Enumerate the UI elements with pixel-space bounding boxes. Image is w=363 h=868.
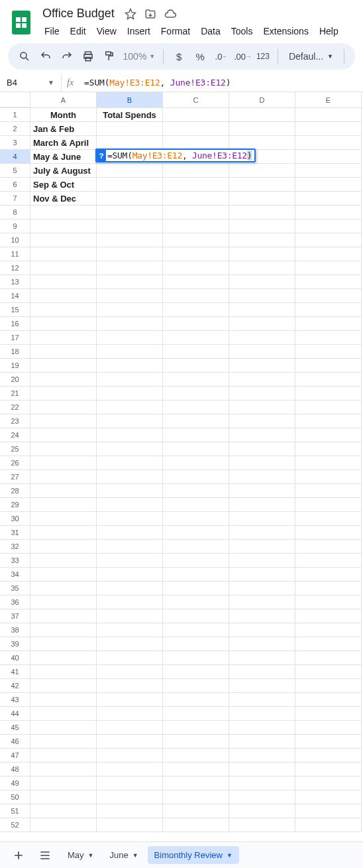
cell[interactable]: [229, 261, 295, 275]
row-header[interactable]: 5: [0, 164, 30, 178]
cell[interactable]: [30, 219, 97, 233]
cell[interactable]: [97, 331, 163, 345]
search-icon[interactable]: [15, 46, 34, 66]
cell-editor[interactable]: ?=SUM(May!E3:E12, June!E3:E12): [95, 149, 256, 162]
cell[interactable]: [295, 540, 362, 554]
cell[interactable]: [163, 609, 229, 623]
cell[interactable]: [229, 707, 295, 721]
row-header[interactable]: 4: [0, 150, 30, 164]
row-header[interactable]: 15: [0, 303, 30, 317]
cell[interactable]: May & June: [30, 150, 97, 164]
cell[interactable]: [295, 679, 362, 693]
row-header[interactable]: 23: [0, 414, 30, 428]
cell[interactable]: [229, 108, 295, 122]
sheets-logo[interactable]: [8, 9, 34, 36]
number-format[interactable]: 123: [254, 46, 272, 66]
cell[interactable]: Month: [30, 108, 97, 122]
column-header-B[interactable]: B: [97, 92, 163, 107]
cell[interactable]: [229, 275, 295, 289]
row-header[interactable]: 31: [0, 526, 30, 540]
cell[interactable]: [295, 498, 362, 512]
cell[interactable]: [30, 693, 97, 707]
cell[interactable]: July & August: [30, 164, 97, 178]
cell[interactable]: [30, 247, 97, 261]
row-header[interactable]: 30: [0, 512, 30, 526]
cell[interactable]: [163, 233, 229, 247]
cell[interactable]: [229, 749, 295, 763]
cell[interactable]: [295, 568, 362, 582]
cell[interactable]: [163, 108, 229, 122]
cell[interactable]: [295, 414, 362, 428]
cell[interactable]: [163, 763, 229, 776]
cell[interactable]: [163, 721, 229, 735]
cell[interactable]: [229, 595, 295, 609]
font-select[interactable]: Defaul...▼: [284, 51, 338, 62]
cell[interactable]: [295, 512, 362, 526]
cell[interactable]: [30, 317, 97, 331]
undo-icon[interactable]: [36, 46, 56, 66]
cell[interactable]: [229, 192, 295, 206]
cell[interactable]: [163, 554, 229, 568]
row-header[interactable]: 12: [0, 261, 30, 275]
cell[interactable]: [97, 804, 163, 818]
cell[interactable]: [163, 776, 229, 790]
cell[interactable]: [295, 373, 362, 387]
cell[interactable]: [30, 303, 97, 317]
cell[interactable]: [97, 637, 163, 651]
cell[interactable]: [229, 623, 295, 637]
row-header[interactable]: 52: [0, 818, 30, 832]
row-header[interactable]: 43: [0, 693, 30, 707]
cell[interactable]: [295, 178, 362, 192]
row-header[interactable]: 11: [0, 247, 30, 261]
row-header[interactable]: 2: [0, 122, 30, 136]
cell[interactable]: Nov & Dec: [30, 192, 97, 206]
cell[interactable]: [97, 749, 163, 763]
cell[interactable]: [295, 707, 362, 721]
cell[interactable]: [295, 776, 362, 790]
menu-help[interactable]: Help: [315, 23, 343, 39]
cell[interactable]: [30, 414, 97, 428]
row-header[interactable]: 35: [0, 582, 30, 595]
cell[interactable]: [295, 442, 362, 456]
menu-insert[interactable]: Insert: [123, 23, 155, 39]
cloud-icon[interactable]: [164, 7, 177, 21]
cell[interactable]: [163, 303, 229, 317]
row-header[interactable]: 42: [0, 679, 30, 693]
cell[interactable]: [229, 247, 295, 261]
cell[interactable]: [163, 178, 229, 192]
row-header[interactable]: 34: [0, 568, 30, 582]
row-header[interactable]: 3: [0, 136, 30, 150]
row-header[interactable]: 26: [0, 456, 30, 470]
cell[interactable]: [30, 540, 97, 554]
cell[interactable]: [30, 261, 97, 275]
row-header[interactable]: 41: [0, 665, 30, 679]
cell[interactable]: [295, 651, 362, 665]
cell[interactable]: [97, 206, 163, 219]
row-header[interactable]: 10: [0, 233, 30, 247]
menu-data[interactable]: Data: [196, 23, 225, 39]
decrease-decimal-icon[interactable]: .0←: [211, 46, 231, 66]
menu-extensions[interactable]: Extensions: [258, 23, 313, 39]
row-header[interactable]: 51: [0, 804, 30, 818]
cell[interactable]: [97, 219, 163, 233]
cell[interactable]: [229, 414, 295, 428]
cell[interactable]: [229, 289, 295, 303]
cell[interactable]: [30, 512, 97, 526]
cell[interactable]: [295, 818, 362, 832]
cell[interactable]: [163, 707, 229, 721]
menu-tools[interactable]: Tools: [227, 23, 258, 39]
cell[interactable]: [30, 456, 97, 470]
cell[interactable]: [295, 261, 362, 275]
cell[interactable]: [30, 609, 97, 623]
cell[interactable]: [163, 749, 229, 763]
cell[interactable]: [163, 289, 229, 303]
cell[interactable]: [229, 401, 295, 414]
cell[interactable]: [30, 707, 97, 721]
cell[interactable]: [97, 665, 163, 679]
cell[interactable]: [295, 303, 362, 317]
cell[interactable]: [163, 359, 229, 373]
row-header[interactable]: 48: [0, 763, 30, 776]
cell[interactable]: [295, 164, 362, 178]
cell[interactable]: [229, 721, 295, 735]
cell[interactable]: [163, 623, 229, 637]
